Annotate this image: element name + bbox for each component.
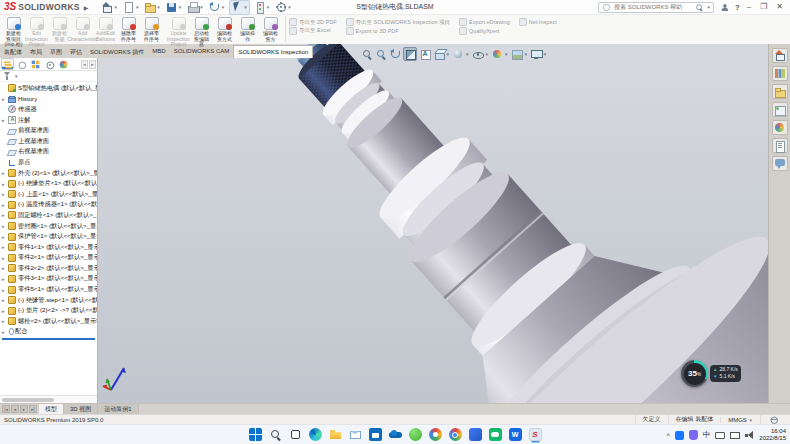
tree-item[interactable]: ▸ 前视基准面 [0,125,97,136]
tree-item[interactable]: ▸ History [0,94,97,105]
taskbar-app-icon[interactable] [269,428,282,441]
chevron-down-icon[interactable]: ▼ [707,5,711,10]
document-tab[interactable]: 3D 视图 [64,404,98,414]
hud-button[interactable]: ▼ [511,48,528,60]
task-pane-tab[interactable] [772,66,788,81]
expand-arrow-icon[interactable]: ▸ [2,234,6,240]
taskbar-app-icon[interactable] [429,428,442,441]
panel-tab[interactable] [57,58,70,70]
chevron-down-icon[interactable]: ▼ [446,52,450,57]
scrollbar-thumb[interactable] [2,398,54,402]
tree-item[interactable]: ▸ 传感器 [0,104,97,115]
taskbar-app-icon[interactable] [529,428,542,441]
expand-arrow-icon[interactable]: ▸ [2,329,6,335]
export-button[interactable]: Net-Inspect [519,18,557,27]
chevron-down-icon[interactable]: ▼ [543,52,547,57]
taskbar-app-icon[interactable] [409,428,422,441]
keyboard-icon[interactable] [715,432,725,439]
qat-button[interactable]: ▼ [100,1,118,14]
tree-item[interactable]: ▸ 密封圈<1> (默认<<默认>_显示状 [0,221,97,232]
taskbar-app-icon[interactable] [489,428,502,441]
tree-filter-bar[interactable]: ▼ [0,71,97,82]
help-button[interactable]: ? [735,3,740,12]
menu-expand-arrow-icon[interactable]: ▶ [84,4,89,11]
task-pane-tab[interactable] [772,156,788,171]
ribbon-button[interactable]: 编辑操 作 [236,16,259,48]
task-pane-tab[interactable] [772,138,788,153]
tab-next-icon[interactable]: ▸ [20,405,28,413]
hud-button[interactable]: ▼ [403,47,417,61]
taskbar-app-icon[interactable] [329,428,342,441]
tree-item[interactable]: ▸ (-) 温度传感器<1> (默认<<默认>_ [0,200,97,211]
expand-arrow-icon[interactable]: ▸ [2,276,6,282]
hud-button[interactable]: ▼ [452,48,469,60]
ribbon-button[interactable]: 选择零 件序号 [140,16,163,48]
tree-item[interactable]: ▸ 零件5<1> (默认<<默认>_显示状 [0,284,97,295]
search-input[interactable] [614,4,692,10]
expand-arrow-icon[interactable]: ▸ [2,202,6,208]
task-pane-tab[interactable] [772,102,788,117]
tree-item[interactable]: ▸ 外壳 (2)<1> (默认<<默认>_显示状 [0,168,97,179]
taskbar-app-icon[interactable] [389,428,402,441]
tree-item[interactable]: ▸ 零件3<1> (默认<<默认>_显示状 [0,274,97,285]
ribbon-button[interactable]: Add Characteristic [71,16,94,48]
tree-item[interactable]: ▸ 上视基准面 [0,136,97,147]
export-button[interactable]: Export eDrawing [459,18,510,27]
panel-tab-scroll-right[interactable]: ▸ [89,60,96,69]
tree-item[interactable]: ▸ (-) 绝缘管.step<1> (默认<<默认> [0,295,97,306]
export-button[interactable]: 导出至 Excel [289,27,337,36]
tree-item[interactable]: ▸ 零件1<1> (默认<<默认>_显示状态 [0,242,97,253]
expand-arrow-icon[interactable]: ▸ [2,287,6,293]
task-pane-tab[interactable] [772,84,788,99]
chevron-down-icon[interactable]: ▼ [504,52,508,57]
taskbar-app-icon[interactable] [369,428,382,441]
taskbar-app-icon[interactable] [469,428,482,441]
qat-button[interactable]: ▼ [253,1,271,14]
restore-button[interactable]: ❐ [758,2,769,12]
taskbar-app-icon[interactable] [449,428,462,441]
hud-button[interactable]: ▼ [472,48,489,60]
tree-item[interactable]: ▸ (-) 垫片 (2)<2> ->? (默认<<默认> [0,305,97,316]
chevron-down-icon[interactable]: ▼ [465,52,469,57]
ribbon-button[interactable]: 启动检 查编辑 器 [190,16,213,48]
hud-button[interactable]: ▼ [530,48,547,60]
taskbar-app-icon[interactable] [249,428,262,441]
graphics-viewport[interactable]: ▼ ▼ ▼ ▼ ▼ ▼ ▼ [98,44,768,403]
tree-item[interactable]: ▸ 零件2<2> (默认<<默认>_显示状 [0,263,97,274]
expand-arrow-icon[interactable]: ▸ [2,308,6,314]
speaker-icon[interactable] [745,431,754,439]
qat-button[interactable]: ▼ [229,0,249,15]
units-selector[interactable]: MMGS ▼ [720,417,760,423]
hud-button[interactable]: ▼ [433,48,450,60]
panel-tab[interactable] [29,58,42,70]
status-globe-icon[interactable] [769,415,778,424]
solidworks-logo[interactable]: 3S SOLIDWORKS ▶ [0,2,92,12]
taskbar-app-icon[interactable] [289,428,302,441]
display-icon[interactable] [730,432,740,439]
tree-item[interactable]: ▸ (-) 上盖<1> (默认<<默认>_显示状 [0,189,97,200]
tree-horizontal-scrollbar[interactable] [0,395,97,403]
qat-button[interactable]: ▼ [208,1,226,14]
ime-indicator[interactable]: 中 [703,430,711,440]
ribbon-button[interactable]: Add/Edit Balloons [94,16,117,48]
tree-item[interactable]: ▸ (-) 绝缘垫片<1> (默认<<默认>_显 [0,178,97,189]
panel-tab[interactable] [43,58,56,70]
export-button[interactable]: Export to 3D PDF [346,27,450,36]
tree-item[interactable]: ▸ S型铂铑热电偶 (默认<默认_显示状态-1 [0,83,97,94]
tree-item[interactable]: ▸ 原点 [0,157,97,168]
model-canvas[interactable] [98,44,768,403]
ribbon-button[interactable]: Edit Inspection Project [25,16,48,48]
panel-tab[interactable] [15,58,28,70]
expand-arrow-icon[interactable]: ▸ [2,96,6,102]
clock[interactable]: 16:04 2022/8/15 [759,428,786,442]
expand-arrow-icon[interactable]: ▸ [2,212,6,218]
qat-button[interactable]: ▼ [143,1,161,14]
tree-item[interactable]: ▸ 配合 [0,327,97,338]
hud-button[interactable]: ▼ [361,48,373,60]
chevron-down-icon[interactable]: ▼ [523,52,527,57]
export-button[interactable]: 导出至 SOLIDWORKS Inspection 项目 [346,18,450,27]
expand-arrow-icon[interactable]: ▸ [2,181,6,187]
search-box[interactable]: ▼ [598,2,714,13]
taskbar-app-icon[interactable] [309,428,322,441]
hud-button[interactable]: ▼ [375,48,387,60]
